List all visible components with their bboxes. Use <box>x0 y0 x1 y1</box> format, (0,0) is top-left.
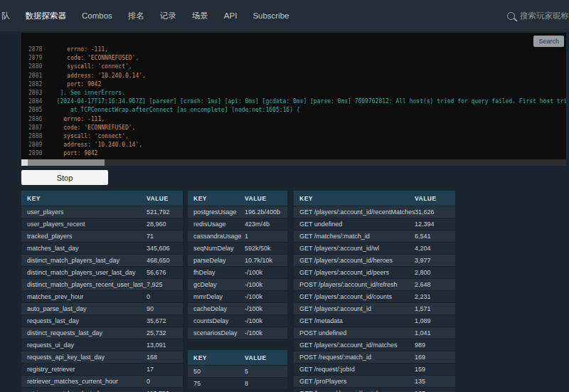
table-cell-value: 7,925 <box>147 281 183 288</box>
nav-item-records[interactable]: 记录 <box>152 11 184 21</box>
stats-table-usage: KEYVALUEpostgresUsage196.2b/400bredisUsa… <box>188 191 287 339</box>
table-row: GET /players/:account_id/heroes3,977 <box>294 255 455 267</box>
table-row: distinct_match_players_recent_user_last_… <box>21 279 183 291</box>
table-cell-value: 168 <box>147 354 183 361</box>
nav-item-rankings[interactable]: 排名 <box>120 11 152 21</box>
stop-button[interactable]: Stop <box>21 170 108 185</box>
line-text: at TCPConnectWrap.afterConnect [as oncom… <box>50 107 300 113</box>
line-text: syscall: 'connect', <box>50 133 129 139</box>
line-text: code: 'ECONNREFUSED', <box>50 55 139 61</box>
line-text: errno: -111, <box>50 46 108 53</box>
nav-item-subscribe[interactable]: Subscribe <box>245 11 297 20</box>
table-row: GET /heroes/:hero_id/matchups125 <box>294 388 455 392</box>
console-line: 2878 errno: -111, <box>21 46 566 54</box>
table-cell-key: GET /players/:account_id <box>299 305 415 312</box>
table-row: cassandraUsage1 <box>188 231 287 243</box>
table-cell-key: postgresUsage <box>193 208 245 216</box>
table-cell-value: 31,626 <box>415 208 455 216</box>
table-row: GET undefined12,394 <box>294 218 455 231</box>
table-cell-key: distinct_requests_last_day <box>27 329 147 337</box>
table-cell-value: 4,204 <box>415 245 455 252</box>
table-cell-value: 56,676 <box>147 269 183 276</box>
line-number: 2879 <box>28 54 50 63</box>
log-console[interactable]: Search 2878 errno: -111,2879 code: 'ECON… <box>21 33 566 159</box>
line-number: 2888 <box>28 132 50 141</box>
search-placeholder: 搜索玩家昵称 <box>520 11 569 21</box>
scrollbar-left-button[interactable] <box>21 159 28 166</box>
table-cell-key: GET /players/:account_id/recentMatches <box>299 208 415 216</box>
table-row: GET /players/:account_id1,571 <box>294 303 455 315</box>
table-row: postgresUsage196.2b/400b <box>188 206 287 218</box>
table-cell-key: user_players_recent <box>27 221 147 228</box>
console-line: 2881 address: '10.240.0.14', <box>21 72 566 80</box>
table-row: GET /players/:account_id/peers2,800 <box>294 267 455 279</box>
table-header-key: KEY <box>27 195 147 202</box>
table-row: user_players521,792 <box>21 206 183 218</box>
console-line: 2879 code: 'ECONNREFUSED', <box>21 54 566 63</box>
console-line: 2885 at TCPConnectWrap.afterConnect [as … <box>21 106 566 115</box>
line-text: [2024-04-17T17:16:34.967Z] [parser] [cra… <box>50 98 566 105</box>
log-search-button[interactable]: Search <box>533 36 564 47</box>
table-cell-value: 35,672 <box>147 317 183 324</box>
table-row: GET /players/:account_id/counts2,231 <box>294 291 455 303</box>
console-line: 2886 errno: -111, <box>21 115 566 124</box>
console-line: 2882 port: 9042 <box>21 80 566 89</box>
table-cell-value: 10.7k/10k <box>245 257 287 264</box>
table-row: requests_ui_day13,091 <box>21 339 183 351</box>
table-row: GET /matches/:match_id6,541 <box>294 231 455 243</box>
table-cell-value: 28,960 <box>147 221 183 228</box>
table-cell-key: distinct_match_players_user_last_day <box>27 269 147 276</box>
table-cell-key: 75 <box>193 380 245 387</box>
player-search-input[interactable]: 搜索玩家昵称 <box>507 11 569 21</box>
nav-item-teams[interactable]: 队 <box>0 11 18 21</box>
table-cell-value: -/100k <box>245 305 287 312</box>
table-row: GET /players/:account_id/wl4,204 <box>294 243 455 255</box>
table-cell-value: 2,231 <box>415 293 455 300</box>
table-row: user_players_recent28,960 <box>21 218 183 231</box>
line-text: port: 9042 <box>50 150 97 157</box>
table-cell-value: 0 <box>147 378 183 385</box>
table-cell-value: -/100k <box>245 329 287 337</box>
table-cell-value: 13,091 <box>147 341 183 349</box>
nav-items: 队数据探索器Combos排名记录场景APISubscribe <box>0 0 297 31</box>
console-scrollbar[interactable] <box>21 159 566 166</box>
table-cell-key: fhDelay <box>193 269 245 276</box>
top-nav: 队数据探索器Combos排名记录场景APISubscribe 搜索玩家昵称 <box>0 0 569 31</box>
table-cell-value: 345,606 <box>147 245 183 252</box>
table-row: GET /players/:account_id/matches989 <box>294 339 455 351</box>
table-row: retriever_matches_current_hour0 <box>21 376 183 388</box>
line-number: 2882 <box>28 80 50 89</box>
table-cell-value: 12,394 <box>415 221 455 228</box>
table-row: POST undefined1,041 <box>294 327 455 339</box>
table-row: scenariosDelay-/100k <box>188 327 287 339</box>
stats-table-api-routes: KEYVALUEGET /players/:account_id/recentM… <box>294 191 455 392</box>
table-cell-key: matches_last_day <box>27 245 147 252</box>
table-header-value: VALUE <box>245 354 287 361</box>
table-cell-key: GET undefined <box>299 221 415 228</box>
nav-item-api[interactable]: API <box>216 11 245 20</box>
table-header-key: KEY <box>299 195 415 202</box>
nav-item-explorer[interactable]: 数据探索器 <box>18 11 75 21</box>
table-cell-value: 989 <box>415 341 455 349</box>
table-cell-key: mmrDelay <box>193 293 245 300</box>
table-cell-key: countsDelay <box>193 317 245 324</box>
line-number: 2886 <box>28 115 50 124</box>
nav-item-combos[interactable]: Combos <box>74 11 120 20</box>
scrollbar-thumb[interactable] <box>28 159 105 166</box>
line-text: port: 9042 <box>50 81 101 88</box>
table-cell-value: 2,648 <box>415 281 455 288</box>
table-row: gcDelay-/100k <box>188 279 287 291</box>
nav-item-scenarios[interactable]: 场景 <box>184 11 216 21</box>
line-number: 2884 <box>28 97 50 106</box>
table-row: redisUsage423m/4b <box>188 218 287 231</box>
table-row: 758 <box>188 378 287 390</box>
table-cell-key: gcDelay <box>193 281 245 288</box>
table-row: auto_parse_last_day90 <box>21 303 183 315</box>
table-cell-value: 592k/50k <box>245 245 287 252</box>
table-row: mmrDelay-/100k <box>188 291 287 303</box>
table-cell-key: requests_ui_day <box>27 341 147 349</box>
table-row: distinct_match_players_user_last_day56,6… <box>21 267 183 279</box>
table-cell-key: distinct_match_players_recent_user_last_… <box>27 281 147 288</box>
table-row: cacheDelay-/100k <box>188 303 287 315</box>
table-cell-key: GET /players/:account_id/counts <box>299 293 415 300</box>
